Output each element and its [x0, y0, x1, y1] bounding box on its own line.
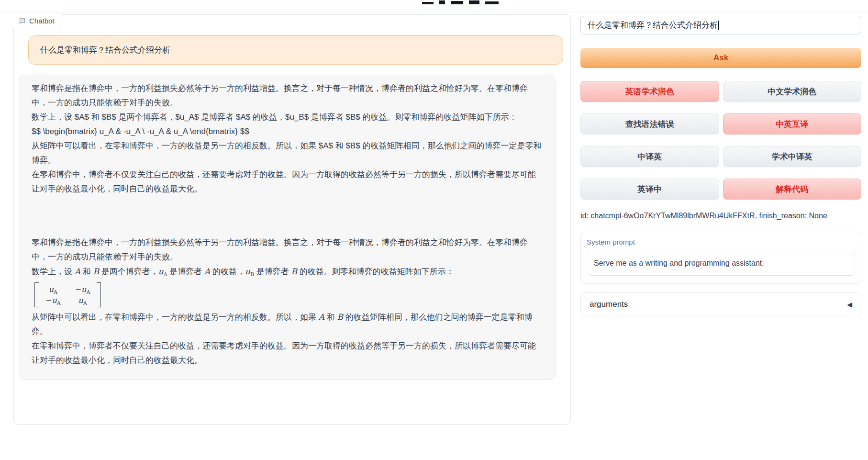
top-divider: [0, 12, 868, 12]
completion-status-line: id: chatcmpl-6wOo7KrYTwMl89lbrMWRu4UkFFX…: [580, 212, 861, 220]
bot-message-card: 零和博弈是指在博弈中，一方的利益损失必然等于另一方的利益增益。换言之，对于每一种…: [19, 75, 556, 380]
chat-bubble-icon: [19, 17, 26, 24]
action-buttons-grid: 英语学术润色中文学术润色查找语法错误中英互译中译英学术中译英英译中解释代码: [580, 81, 861, 200]
bot-message-spacer: [32, 196, 543, 236]
user-message-text: 什么是零和博弈？结合公式介绍分析: [40, 45, 170, 56]
arguments-accordion-header[interactable]: arguments ◀: [580, 292, 861, 316]
ask-button[interactable]: Ask: [580, 48, 861, 68]
accordion-label: arguments: [590, 300, 628, 309]
system-prompt-input[interactable]: Serve me as a writing and programming as…: [587, 251, 855, 276]
action-button-6[interactable]: 学术中译英: [723, 146, 862, 167]
chatbot-label: Chatbot: [13, 14, 61, 28]
clipped-page-title-fragment: [422, 0, 499, 4]
bot-rendered-block: 零和博弈是指在博弈中，一方的利益损失必然等于另一方的利益增益。换言之，对于每一种…: [32, 236, 543, 368]
system-prompt-card: System prompt Serve me as a writing and …: [580, 232, 861, 284]
text-caret-icon: [718, 21, 719, 30]
collapse-arrow-icon: ◀: [847, 301, 852, 308]
app-page: Chatbot 什么是零和博弈？结合公式介绍分析 零和博弈是指在博弈中，一方的利…: [0, 0, 868, 460]
action-button-8[interactable]: 解释代码: [723, 179, 862, 200]
action-button-2[interactable]: 中文学术润色: [723, 81, 862, 102]
chatbot-label-text: Chatbot: [29, 17, 55, 25]
control-panel: 什么是零和博弈？结合公式介绍分析 Ask 英语学术润色中文学术润色查找语法错误中…: [580, 16, 861, 316]
action-button-7[interactable]: 英译中: [580, 179, 719, 200]
user-message-bubble: 什么是零和博弈？结合公式介绍分析: [28, 35, 563, 65]
question-input-text: 什么是零和博弈？结合公式介绍分析: [588, 20, 718, 31]
bot-raw-block: 零和博弈是指在博弈中，一方的利益损失必然等于另一方的利益增益。换言之，对于每一种…: [32, 81, 543, 196]
question-input[interactable]: 什么是零和博弈？结合公式介绍分析: [580, 16, 861, 34]
action-button-4[interactable]: 中英互译: [723, 113, 862, 135]
chatbot-panel: Chatbot 什么是零和博弈？结合公式介绍分析 零和博弈是指在博弈中，一方的利…: [13, 14, 571, 425]
action-button-1[interactable]: 英语学术润色: [580, 81, 719, 102]
system-prompt-label: System prompt: [587, 238, 855, 246]
action-button-3[interactable]: 查找语法错误: [580, 113, 719, 135]
system-prompt-value: Serve me as a writing and programming as…: [594, 259, 764, 268]
payoff-matrix: uA−uA−uAuA: [34, 282, 101, 307]
action-button-5[interactable]: 中译英: [580, 146, 719, 167]
